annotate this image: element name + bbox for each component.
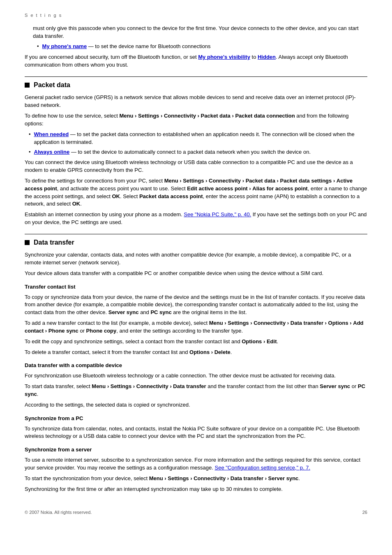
intro-section: must only give this passcode when you co… [25,25,367,51]
transfer-contact-para2: To add a new transfer contact to the lis… [25,319,367,335]
transfer-contact-para1: To copy or synchronize data from your de… [25,294,367,317]
packet-data-section-header: Packet data [25,76,367,90]
packet-data-title: Packet data [34,80,70,90]
settings-link-3[interactable]: Settings [228,320,249,326]
menu-link-4[interactable]: Menu [92,383,106,389]
sync-from-pc-title: Synchronize from a PC [25,415,367,423]
phone-sync-link[interactable]: Phone sync [48,328,78,334]
bullet-dot: • [37,43,39,51]
my-phone-name-link[interactable]: My phone's name [42,43,87,49]
dt-compatible-para3: According to the settings, the selected … [25,401,367,409]
copyright-text: © 2007 Nokia. All rights reserved. [25,509,92,516]
edit-active-access-point-link[interactable]: Edit active access point [187,185,247,192]
sync-from-pc-para1: To synchronize data from calendar, notes… [25,425,367,441]
ok-link-2[interactable]: OK [72,201,81,207]
data-transfer-link-2[interactable]: Data transfer [173,383,206,389]
settings-link-1[interactable]: Settings [138,113,159,119]
intro-para1: must only give this passcode when you co… [33,25,367,40]
chevron-1: › [135,113,136,119]
packet-data-para2: To define how to use the service, select… [25,112,367,128]
packet-data-para1: General packet radio service (GPRS) is a… [25,94,367,109]
ok-link-1[interactable]: OK [112,193,120,199]
sync-from-server-para3: Synchronizing for the first time or afte… [25,486,367,493]
packet-data-para3: You can connect the device using Bluetoo… [25,159,367,174]
bullet-always-online: • Always online — to set the device to a… [25,148,367,156]
page-footer: © 2007 Nokia. All rights reserved. 26 [25,509,367,516]
transfer-contact-list-title: Transfer contact list [25,283,367,291]
pc-sync-link-1[interactable]: PC sync [150,309,171,315]
settings-link-2[interactable]: Settings [183,178,204,184]
server-sync-link-3[interactable]: Server sync [268,475,299,481]
menu-link-2[interactable]: Menu [164,178,178,184]
menu-link-3[interactable]: Menu [209,320,223,326]
transfer-contact-para3: To edit the copy and synchronize setting… [25,338,367,346]
packet-data-para4: To define the settings for connections f… [25,177,367,208]
hidden-link[interactable]: Hidden [258,54,276,60]
always-online-link[interactable]: Always online [34,149,70,155]
menu-link-1[interactable]: Menu [120,113,134,119]
options-link-2[interactable]: Options [242,338,262,345]
bullet-when-needed: • When needed — to set the packet data c… [25,131,367,146]
data-transfer-section-header: Data transfer [25,234,367,247]
data-transfer-compatible-title: Data transfer with a compatible device [25,362,367,370]
page-number: 26 [362,509,367,516]
my-phone-visibility-link[interactable]: My phone's visibility [198,54,250,60]
connectivity-link-3[interactable]: Connectivity [254,320,286,326]
packet-link-1[interactable]: Packet data [201,113,231,119]
config-setting-service-link[interactable]: See "Configuration setting service," p. … [214,465,310,471]
dt-compatible-para2: To start data transfer, select Menu › Se… [25,383,367,398]
sync-from-server-title: Synchronize from a server [25,446,367,454]
bullet-my-phone-name-text: My phone's name — to set the device name… [42,43,211,51]
data-transfer-link-3[interactable]: Data transfer [231,475,263,481]
transfer-contact-para4: To delete a transfer contact, select it … [25,349,367,356]
bullet-my-phone-name: • My phone's name — to set the device na… [33,43,367,51]
data-transfer-title: Data transfer [34,238,74,247]
packet-data-settings-link[interactable]: Packet data settings [280,178,332,184]
options-link-3[interactable]: Options [189,349,210,355]
settings-link-5[interactable]: Settings [168,475,189,481]
connectivity-link-2[interactable]: Connectivity [209,178,241,184]
menu-link-5[interactable]: Menu [149,475,163,481]
data-transfer-para2: Your device allows data transfer with a … [25,270,367,278]
connectivity-link-5[interactable]: Connectivity [194,475,226,481]
when-needed-link[interactable]: When needed [34,131,69,137]
section-square-icon [25,83,30,88]
server-sync-link-2[interactable]: Server sync [320,383,350,389]
intro-para2: If you are concerned about security, tur… [25,53,367,69]
packet-data-para5: Establish an internet connection by usin… [25,211,367,227]
packet-data-access-point-link[interactable]: Packet data access point [139,193,203,199]
nokia-pc-suite-link[interactable]: See "Nokia PC Suite," p. 40. [184,211,251,217]
connectivity-link-1[interactable]: Connectivity [164,113,196,119]
alias-for-access-point-link[interactable]: Alias for access point [252,185,307,192]
edit-link[interactable]: Edit [267,338,277,345]
data-transfer-link-1[interactable]: Data transfer [291,320,323,326]
data-transfer-para1: Synchronize your calendar, contacts data… [25,251,367,267]
delete-link[interactable]: Delete [214,349,231,355]
page-header: S e t t i n g s [25,12,367,19]
dt-compatible-para1: For synchronization use Bluetooth wirele… [25,372,367,380]
sync-from-server-para2: To start the synchronization from your d… [25,475,367,483]
phone-copy-link[interactable]: Phone copy [86,328,117,334]
server-sync-link-1[interactable]: Server sync [108,309,139,315]
sync-from-server-para1: To use a remote internet server, subscri… [25,456,367,472]
settings-link-4[interactable]: Settings [111,383,131,389]
packet-connection-link[interactable]: Packet data connection [235,113,295,119]
packet-link-2[interactable]: Packet data [246,178,275,184]
connectivity-link-4[interactable]: Connectivity [136,383,168,389]
section-square-icon-2 [25,240,30,245]
options-link-1[interactable]: Options [328,320,348,326]
